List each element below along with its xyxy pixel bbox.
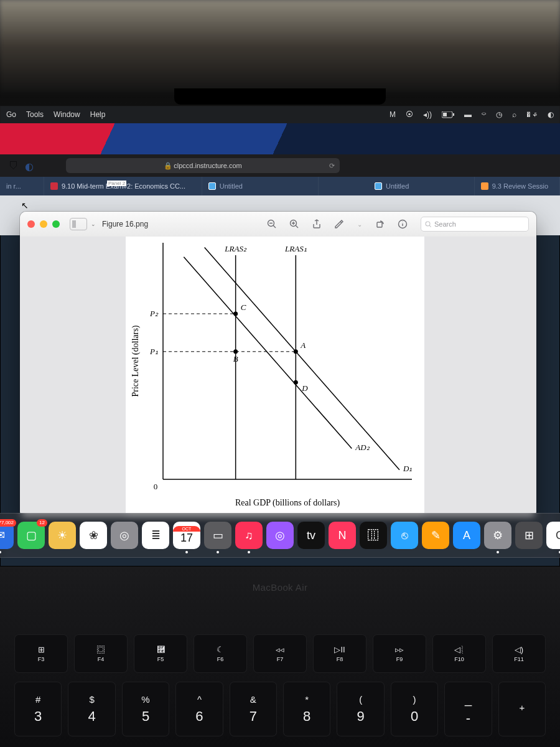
- key-0[interactable]: )0: [391, 682, 437, 736]
- browser-toolbar: ⛉ ◐ 🔒 clpccd.instructure.com ⟳: [0, 154, 560, 177]
- key-f11[interactable]: ◁)F11: [493, 635, 545, 672]
- menu-go[interactable]: Go: [6, 110, 16, 119]
- dock-reminders[interactable]: ≣: [142, 522, 169, 549]
- menu-help[interactable]: Help: [90, 110, 106, 119]
- zoom-button[interactable]: [52, 220, 60, 228]
- brand-icon[interactable]: M: [390, 110, 396, 119]
- key-+[interactable]: +: [499, 682, 545, 736]
- minimize-button[interactable]: [40, 220, 47, 228]
- chevron-down-icon[interactable]: ⌄: [91, 221, 96, 227]
- volume-icon[interactable]: ◂)): [423, 110, 432, 119]
- running-indicator: [0, 551, 1, 553]
- menu-tools[interactable]: Tools: [26, 110, 44, 119]
- dnd-icon: ☾: [217, 646, 224, 654]
- dock-music[interactable]: ♫: [235, 522, 263, 549]
- dictation-icon: ⿮: [157, 646, 165, 654]
- wifi-icon[interactable]: ⌔: [482, 110, 486, 119]
- calendar-day: 17: [180, 532, 193, 545]
- info-icon[interactable]: [397, 218, 408, 230]
- rewind-icon: ◃◃: [276, 646, 284, 654]
- dock-calendar[interactable]: OCT17: [173, 522, 200, 549]
- search-icon[interactable]: ⌕: [512, 110, 516, 119]
- markup-icon[interactable]: [334, 218, 345, 230]
- key-f10[interactable]: ◁⦚F10: [433, 635, 485, 672]
- battery-icon[interactable]: ▬: [464, 110, 472, 119]
- running-indicator: [497, 551, 499, 553]
- dock-appstore[interactable]: A: [453, 522, 480, 549]
- siri-icon[interactable]: ◐: [548, 110, 554, 119]
- close-button[interactable]: [27, 220, 35, 228]
- forward-icon: ▹▹: [395, 646, 404, 654]
- dock-stocks[interactable]: ⿲: [360, 522, 387, 549]
- tab-label: 9.3 Review Sessio: [492, 182, 549, 190]
- key-f3[interactable]: ⊞F3: [15, 635, 67, 672]
- key-5[interactable]: %5: [123, 682, 169, 736]
- key-f7[interactable]: ◃◃F7: [254, 635, 306, 672]
- dock-notes[interactable]: ▭: [204, 522, 231, 549]
- address-bar[interactable]: 🔒 clpccd.instructure.com ⟳: [66, 158, 340, 173]
- menu-window[interactable]: Window: [54, 110, 80, 119]
- key-4[interactable]: $4: [68, 682, 114, 736]
- dock-facetime[interactable]: ▢12: [17, 522, 45, 549]
- dock-chrome[interactable]: G: [546, 522, 560, 549]
- dock-settings-alt[interactable]: ◎: [111, 522, 138, 549]
- rotate-icon[interactable]: [375, 218, 386, 230]
- dock-settings[interactable]: ⚙︎: [484, 522, 511, 549]
- dock-photos[interactable]: ❀: [80, 522, 107, 549]
- photo-backdrop: GoToolsWindowHelp M ⦿ ◂)) ▬ ⌔ ◷ ⌕ �န ◐ ⛉…: [0, 0, 560, 747]
- key-9[interactable]: (9: [337, 682, 383, 736]
- badge: 12: [37, 519, 47, 527]
- reload-icon[interactable]: ⟳: [329, 162, 335, 170]
- key-label: F5: [157, 656, 164, 662]
- dock-launchpad[interactable]: ⊞: [515, 522, 543, 549]
- panel-label: Panel 2: [107, 181, 126, 186]
- dock-news[interactable]: N: [329, 522, 356, 549]
- key-3[interactable]: #3: [15, 682, 61, 736]
- dock-freeform[interactable]: ✎: [422, 522, 449, 549]
- dock-mail[interactable]: ✉︎77,002: [0, 522, 14, 549]
- zoom-in-icon[interactable]: [289, 218, 300, 230]
- zoom-out-icon[interactable]: [266, 218, 278, 230]
- favicon: [375, 182, 382, 190]
- running-indicator: [217, 551, 219, 553]
- clock-icon[interactable]: ◷: [496, 110, 502, 119]
- tab-3[interactable]: Untitled: [368, 177, 475, 195]
- key-f6[interactable]: ☾F6: [194, 635, 246, 672]
- key-7[interactable]: &7: [230, 682, 276, 736]
- key-6[interactable]: ^6: [176, 682, 222, 736]
- mute-icon: ◁⦚: [454, 646, 465, 654]
- key-f8[interactable]: ▷IIF8: [314, 635, 366, 672]
- privacy-icon[interactable]: ◐: [25, 161, 35, 171]
- svg-line-12: [184, 257, 352, 449]
- record-icon[interactable]: ⦿: [406, 110, 413, 119]
- page-banner: [0, 123, 560, 154]
- key-f4[interactable]: ⿴F4: [75, 635, 127, 672]
- dock-podcasts[interactable]: ◎: [266, 522, 294, 549]
- key-number: 0: [411, 708, 418, 725]
- control-center-icon[interactable]: �န: [526, 110, 538, 119]
- dock-calendar-alt[interactable]: ☀︎: [49, 522, 76, 549]
- key-f5[interactable]: ⿮F5: [134, 635, 187, 672]
- shield-icon[interactable]: ⛉: [9, 161, 19, 171]
- search-input[interactable]: Search: [421, 217, 529, 232]
- vol-down-icon: ◁): [515, 646, 523, 654]
- tab-2[interactable]: Untitled: [202, 177, 319, 195]
- tab-4[interactable]: 9.3 Review Sessio: [475, 177, 560, 195]
- key-number: 7: [250, 708, 257, 725]
- key--[interactable]: _-: [445, 682, 491, 736]
- battery-text-icon[interactable]: [442, 111, 454, 118]
- share-icon[interactable]: [311, 218, 322, 230]
- cursor-icon: ↖: [21, 200, 29, 210]
- key-8[interactable]: *8: [284, 682, 330, 736]
- dock-books[interactable]: ⎋: [391, 522, 418, 549]
- key-symbol: %: [141, 694, 149, 705]
- tab-0[interactable]: in r...: [0, 177, 44, 195]
- dock-appletv[interactable]: tv: [297, 522, 325, 549]
- point-B: B: [233, 354, 238, 364]
- file-name: Figure 16.png: [102, 220, 148, 228]
- key-f9[interactable]: ▹▹F9: [373, 635, 426, 672]
- spotlight-icon: ⿴: [97, 646, 105, 654]
- tab-1[interactable]: 9.10 Mid-term Exam#2: Economics CC...: [44, 177, 202, 195]
- sidebar-toggle-icon[interactable]: [70, 218, 87, 230]
- ytick-P₂: P₂: [149, 309, 159, 318]
